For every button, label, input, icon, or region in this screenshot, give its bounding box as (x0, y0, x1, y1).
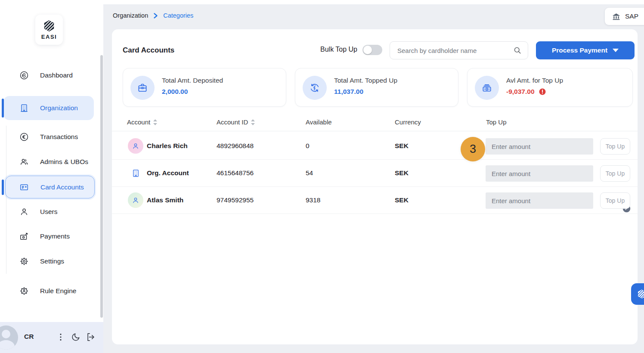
sidebar: EASI Dashboard Organization Transactions (0, 0, 103, 353)
active-indicator-bar (2, 99, 4, 118)
chevron-right-icon (153, 12, 158, 19)
easi-hexagon-icon (43, 19, 56, 32)
building-icon (19, 103, 29, 113)
topup-cycle-icon (303, 76, 327, 100)
sidebar-item-organization[interactable]: Organization (3, 96, 94, 120)
sidebar-item-label: Organization (40, 104, 78, 112)
summary-card-deposited: Total Amt. Deposited 2,000.00 (123, 68, 286, 107)
summary-title: Avl Amt. for Top Up (506, 77, 563, 84)
topup-button[interactable]: Top Up (600, 165, 630, 182)
sidebar-footer: CR (0, 322, 103, 353)
sidebar-item-label: Users (40, 208, 57, 216)
topup-amount-input[interactable] (486, 192, 593, 209)
sidebar-item-dashboard[interactable]: Dashboard (0, 63, 103, 87)
currency: SEK (395, 142, 409, 150)
logo-wordmark: EASI (41, 34, 57, 40)
briefcase-icon (130, 76, 155, 100)
sidebar-item-users[interactable]: Users (0, 200, 103, 224)
sidebar-item-card-accounts[interactable]: Card Accounts (5, 176, 95, 198)
sidebar-item-payments[interactable]: Payments (0, 224, 103, 248)
table-header: Account Account ID Available Currency To… (112, 115, 638, 131)
breadcrumb-categories[interactable]: Categories (163, 12, 193, 19)
sidebar-scrollbar[interactable] (100, 55, 103, 318)
process-payment-button[interactable]: Process Payment (536, 41, 635, 59)
available-amount: 54 (306, 169, 313, 177)
dark-mode-moon-icon[interactable] (71, 332, 80, 342)
sidebar-item-admins-ubos[interactable]: Admins & UBOs (0, 150, 103, 174)
table-row: Atlas Smith 9749592955 9318 SEK Top Up (112, 187, 638, 214)
account-id: 9749592955 (217, 196, 254, 204)
topup-button[interactable]: Top Up (600, 138, 630, 155)
account-id: 4892960848 (217, 142, 254, 150)
card-icon (19, 183, 29, 192)
summary-title: Total Amt. Topped Up (334, 77, 397, 84)
sort-icon (153, 119, 157, 125)
sidebar-item-label: Transactions (40, 133, 78, 141)
main-area: Organization Categories SAP Card Account… (103, 0, 644, 353)
topup-button[interactable]: Top Up (600, 192, 630, 209)
gear-icon (19, 257, 29, 266)
payment-icon (19, 232, 29, 241)
step-annotation-badge: 3 (461, 137, 485, 161)
user-avatar[interactable] (0, 325, 18, 350)
topup-amount-input[interactable] (486, 138, 593, 155)
currency: SEK (395, 169, 409, 177)
process-payment-label: Process Payment (552, 46, 607, 54)
account-name: Org. Account (147, 169, 189, 177)
active-indicator-bar (2, 180, 4, 195)
avatar-building-icon (128, 165, 143, 181)
summary-value: 2,000.00 (162, 88, 188, 96)
more-vertical-icon[interactable] (56, 332, 65, 342)
euro-icon (19, 132, 29, 142)
sidebar-item-transactions[interactable]: Transactions (0, 125, 103, 149)
summary-card-topped-up: Total Amt. Topped Up 11,037.00 (295, 68, 458, 107)
account-name: Charles Rich (147, 142, 188, 150)
sidebar-item-label: Card Accounts (40, 183, 84, 191)
search-input[interactable] (390, 47, 513, 54)
alert-icon (539, 88, 546, 96)
app-logo: EASI (35, 15, 63, 45)
column-header-account-id[interactable]: Account ID (217, 118, 255, 126)
sidebar-item-label: Dashboard (40, 71, 73, 79)
sidebar-item-label: Admins & UBOs (40, 158, 88, 166)
avatar-person (128, 138, 143, 154)
breadcrumb: Organization Categories (113, 12, 193, 19)
available-amount: 0 (306, 142, 310, 150)
people-icon (19, 157, 29, 167)
cash-icon (475, 76, 499, 100)
avatar-person (128, 192, 143, 208)
bulk-top-up-label: Bulk Top Up (314, 46, 357, 53)
search-icon[interactable] (513, 46, 522, 55)
logout-icon[interactable] (86, 332, 96, 342)
dashboard-icon (19, 71, 29, 80)
sidebar-item-label: Rule Engine (40, 287, 76, 295)
easi-hexagon-icon (637, 289, 644, 299)
sap-button[interactable]: SAP (605, 8, 644, 25)
topup-amount-input[interactable] (486, 165, 593, 182)
user-initials: CR (24, 333, 34, 341)
column-header-account[interactable]: Account (127, 118, 157, 126)
currency: SEK (395, 196, 409, 204)
table-row: Charles Rich 4892960848 0 SEK Top Up (112, 133, 638, 160)
column-header-available: Available (306, 118, 332, 126)
sidebar-item-settings[interactable]: Settings (0, 249, 103, 273)
floating-brand-button[interactable] (631, 283, 644, 305)
rule-gear-icon (19, 286, 29, 296)
person-icon (19, 207, 29, 217)
available-amount: 9318 (306, 196, 320, 204)
page-title: Card Accounts (123, 46, 174, 55)
table-row: Org. Account 4615648756 54 SEK Top Up (112, 160, 638, 187)
summary-value: -9,037.00 (506, 88, 546, 96)
caret-down-icon (613, 49, 619, 52)
search-box (390, 41, 528, 59)
summary-title: Total Amt. Deposited (162, 77, 223, 84)
summary-card-available: Avl Amt. for Top Up -9,037.00 (467, 68, 633, 107)
sort-icon (251, 119, 255, 125)
bulk-top-up-toggle[interactable] (362, 45, 382, 55)
account-name: Atlas Smith (147, 196, 183, 204)
card-accounts-panel: Card Accounts Bulk Top Up Process Paymen… (112, 29, 638, 344)
breadcrumb-organization[interactable]: Organization (113, 12, 148, 19)
sidebar-item-rule-engine[interactable]: Rule Engine (0, 279, 103, 303)
column-header-top-up: Top Up (486, 118, 507, 126)
toggle-knob (363, 46, 372, 54)
